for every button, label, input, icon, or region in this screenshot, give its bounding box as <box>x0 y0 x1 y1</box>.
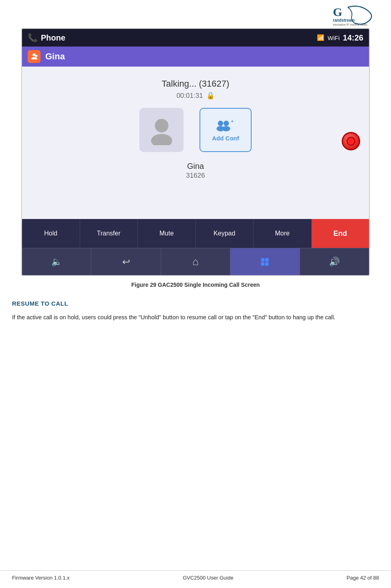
status-bar-title: Phone <box>41 33 65 43</box>
timer-value: 00:01:31 <box>176 92 203 100</box>
svg-point-7 <box>218 121 223 126</box>
svg-rect-12 <box>261 258 265 262</box>
phone-signal-icon: 📶 <box>317 34 324 41</box>
volume-down-icon: 🔈 <box>51 257 62 267</box>
call-area: Talking... (31627) 00:01:31 🔒 <box>22 67 369 219</box>
contact-avatar-svg <box>147 115 177 145</box>
add-conf-label: Add Conf <box>212 135 239 142</box>
svg-point-3 <box>32 53 35 56</box>
transfer-button[interactable]: Transfer <box>80 219 138 248</box>
keypad-label: Keypad <box>214 230 235 237</box>
svg-text:Innovative IP Voice & Video: Innovative IP Voice & Video <box>333 23 367 26</box>
phone-screen-wrapper: 📞 Phone 📶 WiFi 14:26 Gina <box>21 28 370 276</box>
clock: 14:26 <box>343 33 363 43</box>
back-icon: ↩ <box>122 256 130 268</box>
svg-point-10 <box>222 126 230 131</box>
hold-label: Hold <box>44 230 57 237</box>
caller-bar: Gina <box>22 47 369 67</box>
svg-rect-14 <box>261 262 265 266</box>
hold-button[interactable]: Hold <box>22 219 80 248</box>
logo-area: G randstream Innovative IP Voice & Video <box>0 0 391 28</box>
resume-body: If the active call is on hold, users cou… <box>12 312 379 322</box>
contact-number-display: 31626 <box>186 172 205 180</box>
keypad-button[interactable]: Keypad <box>196 219 254 248</box>
status-bar-right: 📶 WiFi 14:26 <box>317 33 363 43</box>
svg-rect-15 <box>265 262 269 266</box>
svg-text:+: + <box>231 118 234 124</box>
call-timer: 00:01:31 🔒 <box>176 91 214 100</box>
wifi-icon: WiFi <box>328 34 340 41</box>
back-button[interactable]: ↩ <box>91 248 161 275</box>
contact-name-display: Gina <box>187 162 204 171</box>
resume-heading: RESUME TO CALL <box>12 300 379 307</box>
record-button[interactable] <box>342 132 360 150</box>
avatars-row: + Add Conf <box>139 108 252 152</box>
home-icon: ⌂ <box>192 255 199 268</box>
phone-icon: 📞 <box>28 33 38 43</box>
svg-rect-13 <box>265 258 269 262</box>
call-status: Talking... (31627) <box>162 79 230 89</box>
nav-buttons-row: 🔈 ↩ ⌂ 🔊 <box>22 248 369 275</box>
more-button[interactable]: More <box>254 219 312 248</box>
caller-name: Gina <box>45 51 65 62</box>
contact-avatar <box>139 108 183 152</box>
recent-apps-button[interactable] <box>230 248 300 275</box>
home-button[interactable]: ⌂ <box>161 248 230 275</box>
svg-point-4 <box>35 55 38 57</box>
phone-screen: 📞 Phone 📶 WiFi 14:26 Gina <box>21 28 370 276</box>
svg-text:G: G <box>333 5 342 18</box>
svg-point-9 <box>224 121 229 126</box>
mute-label: Mute <box>159 230 174 237</box>
action-buttons-row: Hold Transfer Mute Keypad More End <box>22 219 369 248</box>
volume-down-button[interactable]: 🔈 <box>22 248 91 275</box>
footer-guide: GVC2500 User Guide <box>183 575 233 581</box>
lock-icon: 🔒 <box>206 91 215 100</box>
status-bar: 📞 Phone 📶 WiFi 14:26 <box>22 29 369 47</box>
volume-up-icon: 🔊 <box>329 257 340 267</box>
caller-app-icon <box>28 50 40 63</box>
svg-point-5 <box>155 119 168 132</box>
recent-apps-icon <box>260 257 270 267</box>
footer-firmware: Firmware Version 1.0.1.x <box>12 575 70 581</box>
end-label: End <box>333 229 347 238</box>
logo: G randstream Innovative IP Voice & Video <box>331 4 383 26</box>
svg-point-6 <box>151 134 172 145</box>
status-bar-left: 📞 Phone <box>28 33 65 43</box>
document-section: RESUME TO CALL If the active call is on … <box>0 296 391 335</box>
contact-avatar-container <box>139 108 183 152</box>
transfer-label: Transfer <box>97 230 121 237</box>
add-conf-icon: + <box>216 118 236 132</box>
footer-page: Page 42 of 88 <box>347 575 379 581</box>
page-footer: Firmware Version 1.0.1.x GVC2500 User Gu… <box>0 570 391 581</box>
volume-up-button[interactable]: 🔊 <box>300 248 369 275</box>
figure-caption: Figure 29 GAC2500 Single Incoming Call S… <box>0 282 391 288</box>
add-conf-button[interactable]: + Add Conf <box>200 108 252 152</box>
end-button[interactable]: End <box>312 219 369 248</box>
grandstream-logo-svg: G randstream Innovative IP Voice & Video <box>331 4 383 26</box>
record-inner-dot <box>347 137 355 146</box>
more-label: More <box>275 230 290 237</box>
caller-icon-svg <box>30 52 38 61</box>
mute-button[interactable]: Mute <box>138 219 196 248</box>
svg-text:randstream: randstream <box>333 18 355 22</box>
